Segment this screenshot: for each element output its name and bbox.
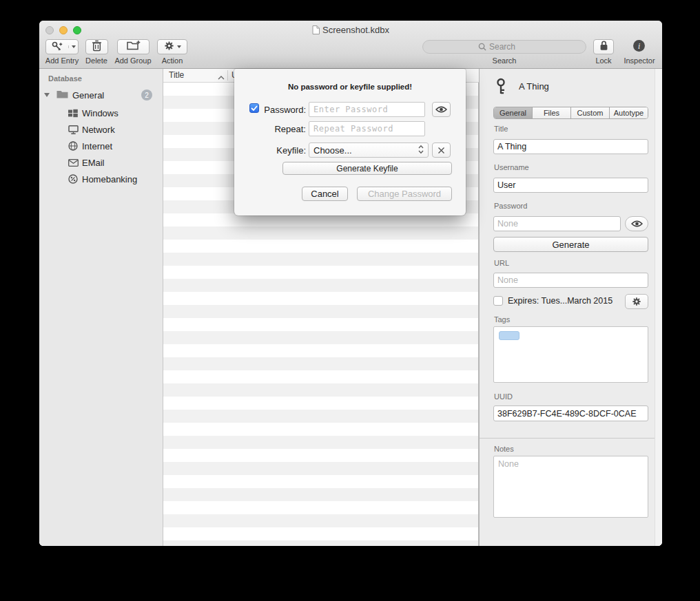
sidebar-group-general[interactable]: General 2 xyxy=(39,87,163,103)
search-icon xyxy=(478,43,486,51)
expires-settings-button[interactable] xyxy=(625,294,648,309)
lock-button[interactable] xyxy=(593,39,614,54)
notes-label: Notes xyxy=(494,445,514,453)
tab-files[interactable]: Files xyxy=(533,107,571,118)
app-window: Screenshot.kdbx Add Entry xyxy=(39,21,662,546)
generate-keyfile-button[interactable]: Generate Keyfile xyxy=(282,162,452,175)
url-label: URL xyxy=(494,259,509,267)
delete-label: Delete xyxy=(81,56,112,65)
globe-icon xyxy=(68,141,79,151)
sidebar: Database General 2 Windows Network xyxy=(39,69,163,546)
windows-icon xyxy=(68,109,79,118)
tab-general[interactable]: General xyxy=(494,107,533,118)
delete-button[interactable] xyxy=(85,39,108,54)
tab-autotype[interactable]: Autotype xyxy=(610,107,648,118)
lock-label: Lock xyxy=(590,56,617,65)
svg-text:i: i xyxy=(637,41,639,50)
title-field[interactable] xyxy=(493,139,648,154)
eye-icon xyxy=(631,220,643,228)
inspector-scrollbar[interactable] xyxy=(655,69,662,546)
info-icon: i xyxy=(632,39,646,55)
tags-field[interactable] xyxy=(493,326,648,383)
sidebar-item-email[interactable]: EMail xyxy=(39,154,163,171)
repeat-label: Repeat: xyxy=(262,124,306,134)
gear-icon xyxy=(164,41,174,54)
percent-coin-icon xyxy=(68,174,79,184)
reveal-password-button[interactable] xyxy=(625,216,648,231)
tags-label: Tags xyxy=(494,315,510,324)
username-label: Username xyxy=(494,163,529,171)
envelope-icon xyxy=(68,159,79,167)
chevron-down-icon xyxy=(72,45,76,48)
folder-icon xyxy=(56,89,68,101)
sidebar-item-label: Homebanking xyxy=(82,174,137,184)
password-label: Password xyxy=(494,202,527,210)
search-label: Search xyxy=(422,56,586,65)
sidebar-item-label: EMail xyxy=(82,158,105,168)
notes-field[interactable] xyxy=(493,456,648,518)
title-label: Title xyxy=(494,125,508,133)
column-title[interactable]: Title xyxy=(169,70,184,80)
lock-icon xyxy=(599,40,608,54)
clear-keyfile-button[interactable] xyxy=(432,143,451,158)
search-field[interactable] xyxy=(422,40,586,54)
expires-label: Expires: Tues...March 2015 xyxy=(508,296,612,306)
sidebar-item-windows[interactable]: Windows xyxy=(39,105,163,121)
action-label: Action xyxy=(142,56,203,65)
tag-chip[interactable] xyxy=(499,331,519,340)
document-icon xyxy=(312,25,320,36)
uuid-field[interactable] xyxy=(493,405,648,421)
repeat-input[interactable] xyxy=(309,121,425,136)
key-icon xyxy=(494,77,508,98)
check-icon xyxy=(251,105,258,111)
titlebar-toolbar: Screenshot.kdbx Add Entry xyxy=(39,21,662,69)
entry-count-badge: 2 xyxy=(141,89,152,101)
expires-checkbox[interactable] xyxy=(493,296,503,306)
add-entry-button[interactable] xyxy=(45,39,79,54)
sidebar-item-homebanking[interactable]: Homebanking xyxy=(39,171,163,187)
uuid-label: UUID xyxy=(494,392,513,401)
sidebar-item-network[interactable]: Network xyxy=(39,121,163,138)
tab-custom[interactable]: Custom xyxy=(571,107,610,118)
change-password-button[interactable]: Change Password xyxy=(357,187,452,201)
password-input[interactable] xyxy=(309,102,425,117)
add-entry-dropdown[interactable] xyxy=(68,45,78,48)
password-checkbox[interactable] xyxy=(249,103,259,113)
chevron-down-icon xyxy=(177,45,181,48)
sidebar-section-header: Database xyxy=(48,74,82,83)
username-field[interactable] xyxy=(493,178,648,193)
change-password-dialog: No password or keyfile supplied! Passwor… xyxy=(234,69,466,215)
search-input[interactable] xyxy=(489,42,531,52)
action-button[interactable] xyxy=(157,39,187,54)
add-group-button[interactable] xyxy=(117,39,150,54)
stepper-icon xyxy=(418,145,424,156)
password-label: Password: xyxy=(262,105,306,115)
sidebar-item-label: Internet xyxy=(82,141,112,151)
disclosure-triangle-icon[interactable] xyxy=(44,93,50,97)
monitor-icon xyxy=(68,125,79,134)
column-divider[interactable] xyxy=(227,70,228,81)
window-title: Screenshot.kdbx xyxy=(39,25,662,36)
inspector-button[interactable]: i xyxy=(630,39,647,55)
gear-icon xyxy=(632,297,641,306)
inspector-label: Inspector xyxy=(619,56,660,65)
dialog-message: No password or keyfile supplied! xyxy=(234,83,466,91)
trash-icon xyxy=(92,40,102,54)
sidebar-item-label: Network xyxy=(82,125,115,135)
key-plus-icon xyxy=(46,41,68,53)
keyfile-select[interactable]: Choose... xyxy=(309,143,429,158)
entry-header: A Thing xyxy=(494,77,549,98)
cancel-button[interactable]: Cancel xyxy=(302,187,348,201)
eye-icon xyxy=(435,105,447,114)
password-field[interactable] xyxy=(493,216,621,231)
entry-title: A Thing xyxy=(519,81,549,92)
reveal-password-button[interactable] xyxy=(432,102,451,117)
folder-plus-icon xyxy=(127,40,141,54)
generate-button[interactable]: Generate xyxy=(493,237,648,252)
sidebar-item-internet[interactable]: Internet xyxy=(39,138,163,154)
url-field[interactable] xyxy=(493,273,648,288)
group-label: General xyxy=(72,90,104,101)
section-divider xyxy=(480,438,662,439)
inspector-tabs: General Files Custom Autotype xyxy=(493,107,648,119)
sort-ascending-icon[interactable] xyxy=(218,72,225,82)
